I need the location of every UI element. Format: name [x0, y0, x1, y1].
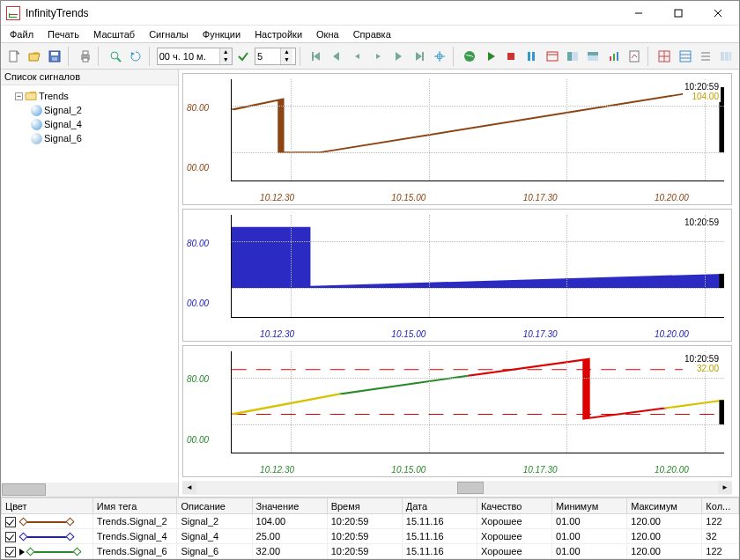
th-desc[interactable]: Описание: [177, 498, 252, 514]
x-tick: 10.15.00: [391, 329, 426, 339]
tree-item-signal4[interactable]: Signal_4: [4, 117, 174, 131]
svg-rect-29: [528, 52, 530, 61]
window-icon[interactable]: [543, 47, 561, 66]
close-button[interactable]: [698, 1, 737, 26]
crosshair-icon[interactable]: [430, 47, 448, 66]
time-span-input[interactable]: ▲▼: [157, 48, 233, 65]
charts-scrollbar[interactable]: ◄ ►: [182, 481, 732, 495]
chart-icon[interactable]: [604, 47, 623, 66]
scroll-thumb[interactable]: [457, 482, 484, 494]
cell-date: 15.11.16: [402, 544, 477, 559]
menu-functions[interactable]: Функции: [197, 27, 246, 41]
grid1-icon[interactable]: [655, 47, 674, 66]
tree-item-label: Signal_6: [44, 133, 82, 144]
spin-down-icon[interactable]: ▼: [280, 56, 292, 64]
th-tag[interactable]: Имя тега: [92, 498, 177, 514]
nav-next-small-icon[interactable]: [368, 47, 387, 66]
menu-scale[interactable]: Масштаб: [88, 27, 140, 41]
pause-icon[interactable]: [522, 47, 541, 66]
th-max[interactable]: Максимум: [627, 498, 702, 514]
menu-help[interactable]: Справка: [348, 27, 396, 41]
export-icon[interactable]: [625, 47, 643, 66]
menu-signals[interactable]: Сигналы: [144, 27, 194, 41]
cell-time: 10:20:59: [327, 529, 402, 544]
collapse-icon[interactable]: −: [15, 92, 23, 100]
scroll-left-icon[interactable]: ◄: [182, 482, 196, 494]
table-row[interactable]: Trends.Signal_4 Signal_4 25.00 10:20:59 …: [2, 529, 739, 544]
title-bar: InfinityTrends: [1, 1, 739, 26]
print-icon[interactable]: [76, 47, 94, 66]
th-date[interactable]: Дата: [402, 498, 477, 514]
signal-tree[interactable]: − Trends Signal_2 Signal_4 Signal_6: [1, 85, 178, 483]
step-value[interactable]: [255, 48, 280, 64]
th-cnt[interactable]: Кол...: [702, 498, 739, 514]
svg-point-26: [464, 51, 475, 62]
globe-icon[interactable]: [461, 47, 479, 66]
open-icon[interactable]: [25, 47, 43, 66]
row-checkbox[interactable]: [5, 547, 16, 557]
menu-file[interactable]: Файл: [4, 27, 39, 41]
sidebar-title: Список сигналов: [1, 70, 178, 85]
tree-item-signal6[interactable]: Signal_6: [4, 131, 174, 145]
zoom-icon[interactable]: [106, 47, 124, 66]
spin-up-icon[interactable]: ▲: [219, 48, 232, 56]
nav-last-icon[interactable]: [410, 47, 428, 66]
chart-signal4[interactable]: 80.00 00.00 10:20:59 10.12.30 10.15.00 1…: [182, 209, 732, 341]
panel2-icon[interactable]: [584, 47, 603, 66]
commit-icon[interactable]: [234, 47, 253, 66]
new-icon[interactable]: [4, 47, 23, 66]
time-span-value[interactable]: [158, 48, 219, 64]
maximize-button[interactable]: [658, 1, 698, 26]
menu-settings[interactable]: Настройки: [249, 27, 307, 41]
scroll-right-icon[interactable]: ►: [718, 482, 732, 494]
tree-item-signal2[interactable]: Signal_2: [4, 103, 174, 117]
cell-max: 120.00: [627, 514, 702, 529]
th-val[interactable]: Значение: [252, 498, 327, 514]
spin-up-icon[interactable]: ▲: [280, 48, 292, 56]
trace-line: [232, 79, 724, 181]
stop-icon[interactable]: [501, 47, 520, 66]
svg-line-13: [117, 58, 121, 62]
tree-item-label: Signal_4: [44, 119, 82, 129]
list-icon[interactable]: [696, 47, 714, 66]
row-checkbox[interactable]: [5, 532, 16, 542]
nav-first-icon[interactable]: [307, 47, 325, 66]
table-row[interactable]: Trends.Signal_6 Signal_6 32.00 10:20:59 …: [2, 544, 739, 559]
step-input[interactable]: ▲▼: [255, 48, 295, 65]
play-icon[interactable]: [481, 47, 500, 66]
sidebar-scrollbar[interactable]: [1, 483, 178, 497]
th-time[interactable]: Время: [327, 498, 402, 514]
chart-signal6[interactable]: 80.00 00.00 10:20:59: [182, 345, 732, 477]
menu-print[interactable]: Печать: [42, 27, 85, 41]
columns-icon[interactable]: [717, 47, 736, 66]
menu-windows[interactable]: Окна: [311, 27, 344, 41]
y-tick: 00.00: [187, 163, 209, 173]
svg-marker-21: [416, 52, 422, 61]
nav-next-icon[interactable]: [389, 47, 408, 66]
svg-marker-15: [314, 52, 320, 61]
cell-min: 01.00: [552, 529, 627, 544]
row-checkbox[interactable]: [5, 517, 16, 527]
save-icon[interactable]: [46, 47, 64, 66]
timestamp-box: 10:20:59 32.00: [683, 353, 721, 374]
nav-prev-icon[interactable]: [328, 47, 346, 66]
spin-down-icon[interactable]: ▼: [219, 56, 232, 64]
th-qual[interactable]: Качество: [477, 498, 551, 514]
x-tick: 10.17.30: [523, 193, 558, 203]
th-color[interactable]: Цвет: [2, 498, 93, 514]
charts-panel: 80.00 00.00 10:20:59 104.00 10.12.30 10.…: [179, 70, 739, 497]
timestamp: 10:20:59: [684, 217, 719, 227]
grid2-icon[interactable]: [676, 47, 694, 66]
th-min[interactable]: Минимум: [552, 498, 627, 514]
nav-prev-small-icon[interactable]: [348, 47, 366, 66]
tree-root[interactable]: − Trends: [4, 89, 174, 103]
minimize-button[interactable]: [618, 1, 658, 26]
chart-signal2[interactable]: 80.00 00.00 10:20:59 104.00 10.12.30 10.…: [182, 73, 732, 205]
cell-date: 15.11.16: [402, 514, 477, 529]
refresh-icon[interactable]: [126, 47, 144, 66]
svg-marker-19: [376, 54, 381, 59]
cell-tag: Trends.Signal_2: [92, 514, 177, 529]
panel1-icon[interactable]: [563, 47, 581, 66]
table-row[interactable]: Trends.Signal_2 Signal_2 104.00 10:20:59…: [2, 514, 739, 529]
menu-bar: Файл Печать Масштаб Сигналы Функции Наст…: [1, 26, 739, 43]
